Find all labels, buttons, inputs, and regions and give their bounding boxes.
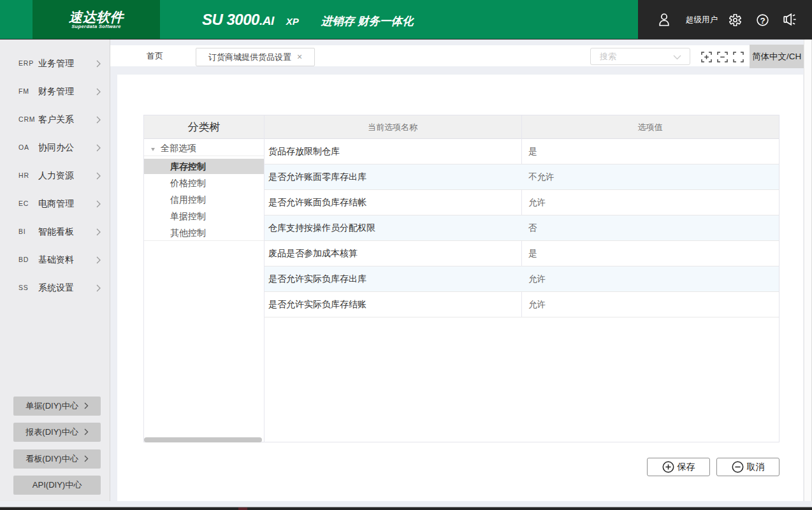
svg-text:?: ? [760, 16, 765, 26]
